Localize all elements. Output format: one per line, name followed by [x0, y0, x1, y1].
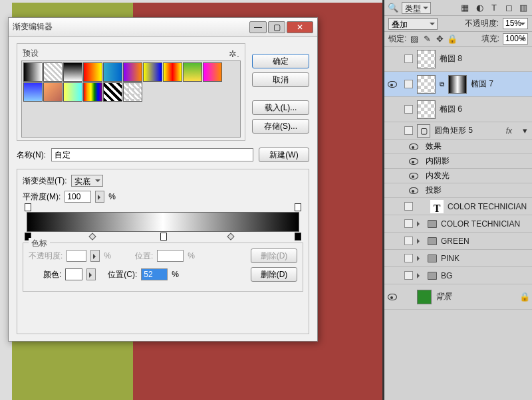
expand-icon[interactable] — [417, 239, 422, 244]
layer-checkbox[interactable] — [404, 271, 413, 280]
visibility-toggle[interactable] — [387, 201, 398, 212]
load-button[interactable]: 载入(L)... — [252, 100, 309, 115]
color-stop[interactable] — [160, 233, 167, 241]
layer-row[interactable]: 背景🔒 — [384, 284, 532, 310]
lock-move-icon[interactable]: ✥ — [435, 35, 444, 44]
layer-checkbox[interactable] — [404, 202, 413, 211]
new-button[interactable]: 新建(W) — [259, 148, 309, 162]
expand-icon[interactable] — [417, 273, 422, 278]
minimize-button[interactable]: — — [249, 21, 267, 33]
titlebar[interactable]: 渐变编辑器 — ▢ ✕ — [9, 18, 317, 37]
opacity-stop[interactable] — [295, 203, 301, 211]
visibility-toggle[interactable] — [387, 292, 398, 302]
midpoint-marker[interactable] — [88, 233, 96, 240]
preset-swatch[interactable] — [83, 82, 102, 102]
delete-color-button[interactable]: 删除(D) — [251, 267, 297, 282]
visibility-toggle[interactable] — [408, 171, 419, 181]
layer-row[interactable]: 椭圆 8 — [384, 47, 532, 72]
layer-row[interactable]: TCOLOR TECHNICIAN — [384, 198, 532, 215]
smoothness-stepper[interactable] — [95, 191, 104, 203]
preset-swatch[interactable] — [103, 62, 122, 82]
preset-swatch[interactable] — [183, 62, 202, 82]
effect-item[interactable]: 效果 — [384, 140, 532, 154]
blend-mode-select[interactable]: 叠加 — [388, 18, 438, 30]
visibility-toggle[interactable] — [387, 253, 398, 264]
visibility-toggle[interactable] — [408, 185, 419, 196]
preset-swatch[interactable] — [143, 62, 162, 82]
cancel-button[interactable]: 取消 — [252, 72, 309, 87]
visibility-toggle[interactable] — [387, 54, 398, 64]
lock-pixels-icon[interactable]: ▨ — [410, 35, 419, 44]
location-input[interactable] — [141, 268, 168, 280]
effect-item[interactable]: 投影 — [384, 183, 532, 198]
filter-type-select[interactable]: 类型 — [402, 2, 431, 14]
layer-checkbox[interactable] — [404, 254, 413, 262]
expand-icon[interactable] — [417, 256, 422, 261]
lock-brush-icon[interactable]: ✎ — [422, 35, 432, 44]
preset-swatch[interactable] — [83, 62, 102, 82]
preset-swatch[interactable] — [43, 82, 63, 102]
layer-checkbox[interactable] — [404, 126, 413, 135]
gradient-bar[interactable] — [27, 212, 299, 232]
gradient-type-select[interactable]: 实底 — [71, 175, 103, 187]
filter-smart-icon[interactable]: ▥ — [519, 3, 528, 13]
smoothness-input[interactable] — [65, 191, 91, 203]
preset-swatch[interactable] — [43, 62, 63, 82]
color-swatch[interactable] — [65, 268, 82, 280]
visibility-toggle[interactable] — [387, 126, 398, 136]
layer-checkbox[interactable] — [404, 80, 413, 88]
visibility-toggle[interactable] — [387, 104, 398, 115]
preset-swatch[interactable] — [23, 82, 43, 102]
filter-type-icon[interactable]: T — [489, 3, 499, 13]
visibility-toggle[interactable] — [408, 156, 419, 167]
fill-input[interactable]: 100% — [503, 33, 528, 45]
layer-row[interactable]: ⧉ 椭圆 7 — [384, 72, 532, 97]
maximize-button[interactable]: ▢ — [268, 21, 285, 33]
effect-item[interactable]: 内发光 — [384, 169, 532, 183]
preset-swatch[interactable] — [123, 82, 142, 102]
midpoint-marker[interactable] — [227, 233, 234, 240]
preset-swatch[interactable] — [123, 62, 142, 82]
layer-row[interactable]: COLOR TECHNICIAN — [384, 215, 532, 233]
lock-all-icon[interactable]: 🔒 — [448, 35, 457, 44]
layer-row[interactable]: GREEN — [384, 233, 532, 250]
close-button[interactable]: ✕ — [287, 21, 313, 33]
opacity-input[interactable]: 15% — [503, 18, 528, 29]
color-stop[interactable] — [295, 233, 301, 241]
layer-row[interactable]: PINK — [384, 250, 532, 267]
layer-checkbox[interactable] — [404, 237, 413, 245]
opacity-stop[interactable] — [25, 203, 31, 211]
layer-checkbox[interactable] — [404, 105, 413, 114]
filter-adjust-icon[interactable]: ◐ — [475, 3, 484, 13]
layer-checkbox[interactable] — [404, 219, 413, 228]
visibility-toggle[interactable] — [387, 270, 398, 281]
filter-shape-icon[interactable]: ◻ — [504, 3, 513, 13]
preset-swatch[interactable] — [103, 82, 122, 102]
search-icon[interactable]: 🔍 — [388, 3, 398, 13]
preset-swatches[interactable] — [21, 60, 241, 138]
folder-icon — [428, 220, 437, 228]
layer-row[interactable]: 椭圆 6 — [384, 97, 532, 122]
save-button[interactable]: 存储(S)... — [252, 119, 309, 134]
color-stepper[interactable] — [86, 268, 96, 280]
preset-swatch[interactable] — [23, 62, 43, 82]
name-input[interactable] — [51, 148, 253, 161]
filter-image-icon[interactable]: ▦ — [460, 3, 469, 13]
visibility-toggle[interactable] — [387, 236, 398, 247]
visibility-toggle[interactable] — [387, 219, 398, 229]
gear-icon[interactable]: ✲. — [229, 49, 239, 59]
preset-swatch[interactable] — [203, 62, 222, 82]
layer-row[interactable]: ▢ 圆角矩形 5 fx ▾ — [384, 122, 532, 140]
fx-badge[interactable]: fx — [506, 126, 512, 136]
layer-row[interactable]: BG — [384, 267, 532, 284]
chevron-down-icon[interactable]: ▾ — [520, 126, 529, 136]
preset-swatch[interactable] — [63, 82, 82, 102]
ok-button[interactable]: 确定 — [252, 54, 309, 68]
visibility-toggle[interactable] — [387, 79, 398, 90]
preset-swatch[interactable] — [63, 62, 82, 82]
effect-item[interactable]: 内阴影 — [384, 154, 532, 169]
expand-icon[interactable] — [417, 221, 422, 227]
layer-checkbox[interactable] — [404, 54, 413, 63]
visibility-toggle[interactable] — [408, 142, 419, 152]
preset-swatch[interactable] — [163, 62, 182, 82]
